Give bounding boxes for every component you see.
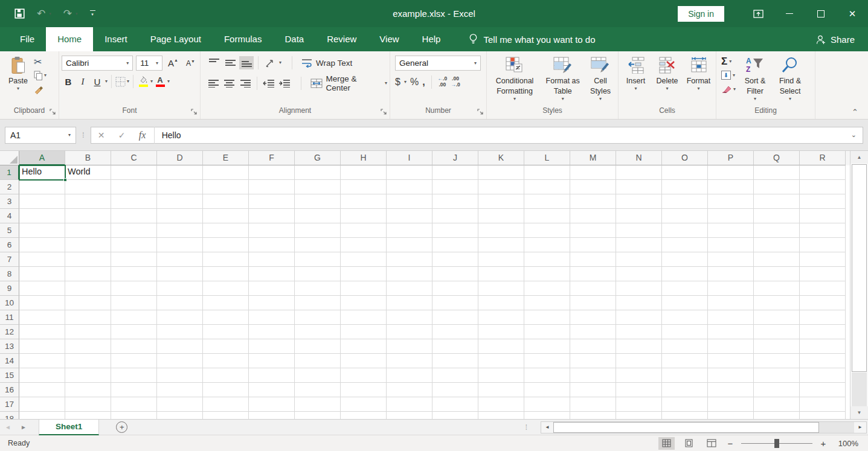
cell-E3[interactable]	[203, 194, 249, 209]
cell-A1[interactable]: Hello	[19, 165, 65, 180]
cell-P7[interactable]	[708, 252, 754, 267]
add-sheet-button[interactable]: +	[116, 421, 127, 433]
cell-L15[interactable]	[524, 368, 570, 383]
cell-K11[interactable]	[478, 310, 524, 325]
cell-D4[interactable]	[157, 209, 203, 223]
formula-input[interactable]: Hello	[156, 130, 851, 140]
row-header-13[interactable]: 13	[0, 339, 19, 354]
column-header-D[interactable]: D	[157, 151, 203, 165]
cell-N10[interactable]	[616, 296, 662, 310]
font-color-dropdown-icon[interactable]: ▾	[167, 79, 170, 84]
cell-F3[interactable]	[249, 194, 295, 209]
cell-P10[interactable]	[708, 296, 754, 310]
format-cells-button[interactable]: Format ▾	[684, 54, 713, 105]
cell-H9[interactable]	[341, 281, 387, 296]
cell-K15[interactable]	[478, 368, 524, 383]
cell-O11[interactable]	[662, 310, 708, 325]
cell-K14[interactable]	[478, 354, 524, 368]
cell-A11[interactable]	[19, 310, 65, 325]
cell-H18[interactable]	[341, 412, 387, 419]
cell-H3[interactable]	[341, 194, 387, 209]
scroll-down-icon[interactable]: ▼	[850, 406, 868, 419]
scroll-right-icon[interactable]: ►	[854, 422, 866, 433]
cell-H12[interactable]	[341, 325, 387, 339]
cell-O4[interactable]	[662, 209, 708, 223]
cell-J7[interactable]	[432, 252, 478, 267]
cell-D10[interactable]	[157, 296, 203, 310]
cell-I5[interactable]	[387, 223, 432, 238]
column-header-O[interactable]: O	[662, 151, 708, 165]
cell-I4[interactable]	[387, 209, 432, 223]
cell-C11[interactable]	[111, 310, 157, 325]
row-header-1[interactable]: 1	[0, 165, 19, 180]
cell-R15[interactable]	[800, 368, 846, 383]
fill-color-button[interactable]	[137, 76, 149, 87]
cell-O2[interactable]	[662, 180, 708, 194]
cell-J15[interactable]	[432, 368, 478, 383]
cell-B7[interactable]	[65, 252, 111, 267]
cell-H17[interactable]	[341, 397, 387, 412]
row-header-8[interactable]: 8	[0, 267, 19, 281]
zoom-slider-thumb[interactable]	[774, 439, 779, 448]
cell-P5[interactable]	[708, 223, 754, 238]
column-header-G[interactable]: G	[295, 151, 341, 165]
cell-A15[interactable]	[19, 368, 65, 383]
cell-P12[interactable]	[708, 325, 754, 339]
cell-E16[interactable]	[203, 383, 249, 397]
cell-N9[interactable]	[616, 281, 662, 296]
cell-E8[interactable]	[203, 267, 249, 281]
cell-P14[interactable]	[708, 354, 754, 368]
cell-A4[interactable]	[19, 209, 65, 223]
cell-D14[interactable]	[157, 354, 203, 368]
cell-N7[interactable]	[616, 252, 662, 267]
cell-G3[interactable]	[295, 194, 341, 209]
copy-button[interactable]: ▾	[34, 70, 47, 81]
currency-format-button[interactable]: $	[395, 77, 400, 88]
cell-H1[interactable]	[341, 165, 387, 180]
conditional-formatting-button[interactable]: Conditional Formatting ▾	[489, 54, 540, 105]
cell-F11[interactable]	[249, 310, 295, 325]
cell-B12[interactable]	[65, 325, 111, 339]
page-break-preview-button[interactable]	[703, 437, 719, 450]
cell-B5[interactable]	[65, 223, 111, 238]
cell-J12[interactable]	[432, 325, 478, 339]
cell-C4[interactable]	[111, 209, 157, 223]
cell-D11[interactable]	[157, 310, 203, 325]
wrap-text-button[interactable]: Wrap Text	[301, 58, 352, 68]
column-header-J[interactable]: J	[432, 151, 478, 165]
prev-sheet-icon[interactable]: ◄	[0, 424, 16, 430]
cell-N16[interactable]	[616, 383, 662, 397]
cell-E12[interactable]	[203, 325, 249, 339]
clear-button[interactable]: ▾	[721, 83, 736, 95]
tell-me-box[interactable]: Tell me what you want to do	[469, 27, 595, 51]
zoom-in-button[interactable]: +	[818, 438, 828, 449]
collapse-ribbon-icon[interactable]: ⌃	[852, 107, 858, 117]
page-layout-view-button[interactable]	[681, 437, 697, 450]
tab-data[interactable]: Data	[273, 27, 315, 51]
cell-R12[interactable]	[800, 325, 846, 339]
column-header-A[interactable]: A	[19, 151, 65, 165]
cell-E2[interactable]	[203, 180, 249, 194]
currency-dropdown-icon[interactable]: ▾	[404, 80, 407, 85]
cell-F5[interactable]	[249, 223, 295, 238]
cell-P4[interactable]	[708, 209, 754, 223]
cell-R8[interactable]	[800, 267, 846, 281]
cell-B15[interactable]	[65, 368, 111, 383]
row-header-12[interactable]: 12	[0, 325, 19, 339]
cell-Q17[interactable]	[754, 397, 800, 412]
cell-Q12[interactable]	[754, 325, 800, 339]
format-dropdown-icon[interactable]: ▾	[697, 86, 699, 91]
row-header-18[interactable]: 18	[0, 412, 19, 419]
increase-decimal-button[interactable]: ←.0 .00	[438, 76, 448, 88]
scroll-up-icon[interactable]: ▲	[850, 151, 868, 164]
tab-formulas[interactable]: Formulas	[213, 27, 274, 51]
cell-R5[interactable]	[800, 223, 846, 238]
cell-D8[interactable]	[157, 267, 203, 281]
cell-C3[interactable]	[111, 194, 157, 209]
cell-C10[interactable]	[111, 296, 157, 310]
cell-I18[interactable]	[387, 412, 432, 419]
decrease-indent-button[interactable]	[262, 77, 275, 90]
cell-M3[interactable]	[570, 194, 616, 209]
cell-B4[interactable]	[65, 209, 111, 223]
undo-dropdown-icon[interactable]: ▾	[49, 11, 51, 16]
